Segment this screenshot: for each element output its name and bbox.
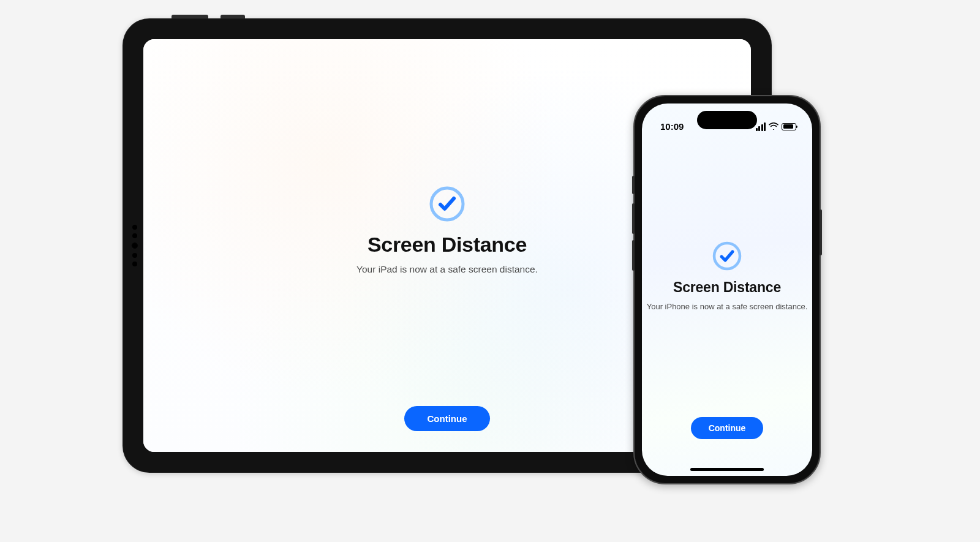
continue-button[interactable]: Continue xyxy=(691,417,763,439)
continue-button[interactable]: Continue xyxy=(404,406,490,431)
ipad-power-button xyxy=(172,15,208,18)
checkmark-icon xyxy=(429,186,465,222)
iphone-device-frame: 10:09 xyxy=(633,95,821,484)
iphone-volume-down xyxy=(632,240,635,271)
iphone-volume-up xyxy=(632,203,635,234)
ipad-camera-cluster xyxy=(131,225,138,266)
iphone-screen: 10:09 xyxy=(642,104,812,476)
page-title: Screen Distance xyxy=(368,233,527,257)
iphone-power-button xyxy=(820,209,822,255)
ipad-volume-button xyxy=(221,15,245,18)
home-indicator[interactable] xyxy=(690,468,764,471)
page-title: Screen Distance xyxy=(673,279,781,296)
page-subtitle: Your iPhone is now at a safe screen dist… xyxy=(647,302,808,311)
checkmark-icon xyxy=(712,241,742,271)
screen-distance-panel-iphone: Screen Distance Your iPhone is now at a … xyxy=(642,104,812,476)
page-subtitle: Your iPad is now at a safe screen distan… xyxy=(356,264,538,275)
iphone-mute-switch xyxy=(632,176,635,194)
